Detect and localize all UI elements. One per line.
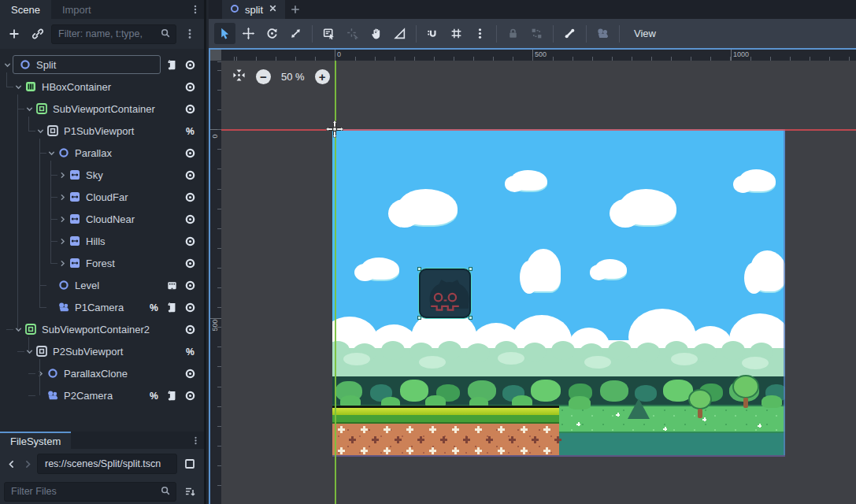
- visibility-eye-icon[interactable]: [183, 279, 197, 292]
- close-tab-icon[interactable]: [268, 3, 278, 16]
- chevron-down-icon[interactable]: [24, 346, 35, 357]
- pan-tool[interactable]: [365, 23, 387, 44]
- visibility-eye-icon[interactable]: [183, 323, 197, 336]
- lock-selected-button[interactable]: [502, 23, 524, 44]
- origin-crosshair-gizmo[interactable]: [326, 120, 343, 138]
- chevron-down-icon[interactable]: [13, 324, 24, 335]
- tree-row-cloudfar[interactable]: CloudFar: [0, 186, 204, 208]
- chevron-right-icon[interactable]: [57, 169, 68, 180]
- node-label: P2Camera: [64, 390, 113, 402]
- tree-row-p1subviewport[interactable]: P1SubViewport%: [0, 120, 204, 142]
- chevron-down-icon[interactable]: [46, 147, 57, 158]
- tree-row-subviewportcontainer[interactable]: SubViewportContainer: [0, 98, 204, 120]
- center-view-icon[interactable]: [232, 69, 246, 84]
- visibility-eye-icon[interactable]: [183, 169, 197, 182]
- zoom-percentage[interactable]: 50 %: [281, 71, 305, 83]
- chevron-right-icon[interactable]: [57, 213, 68, 224]
- nav-forward-icon[interactable]: [20, 455, 35, 472]
- filesystem-menu-dots-icon[interactable]: [187, 432, 204, 449]
- select-tool[interactable]: [214, 23, 235, 44]
- chevron-down-icon[interactable]: [2, 59, 13, 70]
- chevron-down-icon[interactable]: [13, 81, 24, 92]
- skeleton-bone-menu[interactable]: [559, 23, 580, 44]
- script-icon[interactable]: [165, 58, 179, 72]
- grid-snap-toggle[interactable]: [446, 23, 467, 44]
- player-character[interactable]: [419, 269, 471, 318]
- groups-icon[interactable]: [165, 279, 179, 292]
- cloud-sprite: [511, 170, 547, 191]
- pivot-tool[interactable]: [342, 23, 363, 44]
- search-icon: [160, 28, 171, 41]
- chevron-down-icon[interactable]: [24, 103, 35, 114]
- filesystem-path-input[interactable]: [43, 458, 171, 470]
- tree-row-hboxcontainer[interactable]: HBoxContainer: [0, 76, 204, 98]
- tree-row-split[interactable]: Split: [0, 54, 204, 76]
- visibility-eye-icon[interactable]: [183, 102, 197, 116]
- snap-options-menu-dots-icon[interactable]: [469, 23, 491, 44]
- visibility-eye-icon[interactable]: [183, 146, 197, 160]
- tree-row-level[interactable]: Level: [0, 274, 204, 296]
- zoom-in-button[interactable]: +: [315, 69, 330, 84]
- visibility-eye-icon[interactable]: [183, 191, 197, 204]
- tree-row-sky[interactable]: Sky: [0, 164, 204, 186]
- tab-filesystem[interactable]: FileSystem: [0, 432, 71, 449]
- hbox-icon: [24, 80, 38, 94]
- bush-sprite: [762, 395, 782, 408]
- file-sort-icon[interactable]: [180, 481, 200, 502]
- chevron-right-icon[interactable]: [35, 368, 46, 379]
- visibility-eye-icon[interactable]: [183, 213, 197, 226]
- scene-tree-menu-dots-icon[interactable]: [180, 24, 200, 44]
- view-menu-button[interactable]: View: [625, 23, 665, 44]
- tree-row-subviewportcontainer2[interactable]: SubViewportContainer2: [0, 318, 204, 340]
- scene-tab-split[interactable]: split: [222, 0, 285, 19]
- chevron-right-icon[interactable]: [57, 235, 68, 246]
- script-icon[interactable]: [165, 389, 179, 402]
- script-icon[interactable]: [165, 301, 179, 314]
- visibility-eye-icon[interactable]: [183, 301, 197, 314]
- chevron-down-icon[interactable]: [35, 125, 46, 136]
- add-node-button[interactable]: [4, 24, 24, 44]
- node-rename-box[interactable]: Split: [13, 55, 161, 74]
- rotate-tool[interactable]: [261, 23, 283, 44]
- new-scene-tab-button[interactable]: [285, 0, 306, 19]
- visibility-eye-icon[interactable]: [183, 257, 197, 270]
- chevron-right-icon[interactable]: [57, 258, 68, 269]
- chevron-right-icon[interactable]: [57, 191, 68, 202]
- nav-back-icon[interactable]: [4, 455, 18, 472]
- tree-row-p1camera[interactable]: P1Camera%: [0, 296, 204, 318]
- parallaxlayer-icon: [68, 256, 82, 270]
- scene-filter-input[interactable]: [57, 28, 160, 40]
- bush-sprite: [569, 396, 591, 410]
- split-filesystem-view-icon[interactable]: [180, 454, 200, 474]
- tree-row-forest[interactable]: Forest: [0, 252, 204, 274]
- tab-import[interactable]: Import: [51, 0, 102, 19]
- tree-row-cloudnear[interactable]: CloudNear: [0, 208, 204, 230]
- tree-row-parallax[interactable]: Parallax: [0, 142, 204, 164]
- move-tool[interactable]: [238, 23, 259, 44]
- visibility-eye-icon[interactable]: [183, 389, 197, 402]
- tree-row-p2camera[interactable]: P2Camera%: [0, 384, 204, 406]
- tree-guide: [6, 87, 13, 87]
- scale-tool[interactable]: [285, 23, 306, 44]
- visibility-eye-icon[interactable]: [183, 235, 197, 248]
- ruler-tool[interactable]: [389, 23, 410, 44]
- tab-scene[interactable]: Scene: [0, 0, 51, 19]
- camera-override-button[interactable]: [592, 23, 613, 44]
- instance-scene-link-icon[interactable]: [28, 24, 48, 44]
- visibility-eye-icon[interactable]: [183, 80, 197, 94]
- visibility-eye-icon[interactable]: [183, 367, 197, 380]
- tree-row-parallaxclone[interactable]: ParallaxClone: [0, 362, 204, 384]
- smart-snap-toggle[interactable]: [422, 23, 443, 44]
- list-select-tool[interactable]: [318, 23, 339, 44]
- file-filter-input[interactable]: [9, 485, 160, 498]
- visibility-eye-icon[interactable]: [183, 58, 197, 72]
- tree-row-hills[interactable]: Hills: [0, 230, 204, 252]
- zoom-out-button[interactable]: −: [256, 69, 271, 84]
- dock-menu-dots-icon[interactable]: [187, 0, 204, 19]
- parallaxlayer-icon: [68, 234, 82, 248]
- canvas-area[interactable]: − 50 % +: [221, 61, 856, 504]
- forest-layer: [332, 376, 785, 406]
- group-selected-button[interactable]: [526, 23, 547, 44]
- tree-row-p2subviewport[interactable]: P2SubViewport%: [0, 340, 204, 362]
- tree-guide: [17, 94, 18, 329]
